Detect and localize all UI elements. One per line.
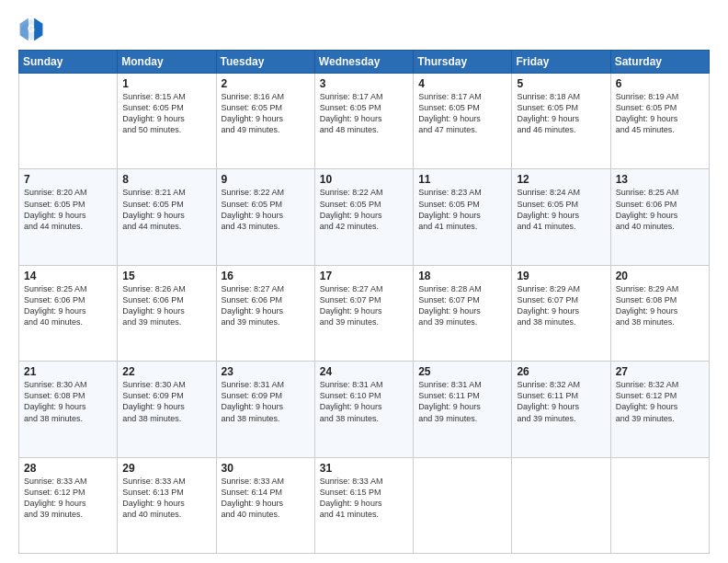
calendar-cell: 26Sunrise: 8:32 AM Sunset: 6:11 PM Dayli… bbox=[512, 362, 610, 457]
day-number: 28 bbox=[24, 462, 112, 475]
calendar-cell: 20Sunrise: 8:29 AM Sunset: 6:08 PM Dayli… bbox=[610, 265, 709, 361]
calendar-week-row: 28Sunrise: 8:33 AM Sunset: 6:12 PM Dayli… bbox=[19, 457, 710, 553]
calendar-cell: 17Sunrise: 8:27 AM Sunset: 6:07 PM Dayli… bbox=[314, 265, 413, 361]
day-number: 30 bbox=[222, 462, 310, 475]
calendar-table: SundayMondayTuesdayWednesdayThursdayFrid… bbox=[18, 50, 710, 554]
cell-info: Sunrise: 8:25 AM Sunset: 6:06 PM Dayligh… bbox=[24, 283, 112, 328]
cell-info: Sunrise: 8:26 AM Sunset: 6:06 PM Dayligh… bbox=[122, 283, 210, 328]
day-number: 29 bbox=[122, 462, 210, 475]
calendar-cell: 1Sunrise: 8:15 AM Sunset: 6:05 PM Daylig… bbox=[118, 74, 216, 169]
cell-info: Sunrise: 8:33 AM Sunset: 6:13 PM Dayligh… bbox=[122, 476, 210, 521]
day-number: 14 bbox=[24, 270, 112, 282]
calendar-cell: 25Sunrise: 8:31 AM Sunset: 6:11 PM Dayli… bbox=[414, 362, 512, 457]
logo-icon: G bbox=[18, 17, 44, 42]
calendar-cell: 29Sunrise: 8:33 AM Sunset: 6:13 PM Dayli… bbox=[118, 457, 216, 553]
calendar-cell bbox=[610, 457, 709, 553]
cell-info: Sunrise: 8:33 AM Sunset: 6:12 PM Dayligh… bbox=[24, 476, 112, 521]
cell-info: Sunrise: 8:21 AM Sunset: 6:05 PM Dayligh… bbox=[122, 187, 210, 232]
cell-info: Sunrise: 8:23 AM Sunset: 6:05 PM Dayligh… bbox=[418, 187, 506, 232]
calendar-week-row: 21Sunrise: 8:30 AM Sunset: 6:08 PM Dayli… bbox=[19, 362, 710, 457]
calendar-cell: 12Sunrise: 8:24 AM Sunset: 6:05 PM Dayli… bbox=[512, 169, 610, 265]
cell-info: Sunrise: 8:18 AM Sunset: 6:05 PM Dayligh… bbox=[517, 91, 605, 136]
day-number: 21 bbox=[24, 365, 112, 378]
page: G SundayMondayTuesdayWednesdayThursdayFr… bbox=[0, 0, 728, 563]
day-number: 23 bbox=[222, 365, 310, 378]
cell-info: Sunrise: 8:19 AM Sunset: 6:05 PM Dayligh… bbox=[616, 91, 704, 136]
calendar-day-header: Friday bbox=[512, 51, 610, 74]
calendar-cell: 22Sunrise: 8:30 AM Sunset: 6:09 PM Dayli… bbox=[118, 362, 216, 457]
day-number: 12 bbox=[517, 173, 605, 186]
calendar-cell: 4Sunrise: 8:17 AM Sunset: 6:05 PM Daylig… bbox=[414, 74, 512, 169]
calendar-week-row: 1Sunrise: 8:15 AM Sunset: 6:05 PM Daylig… bbox=[19, 74, 710, 169]
day-number: 8 bbox=[122, 173, 210, 186]
cell-info: Sunrise: 8:32 AM Sunset: 6:12 PM Dayligh… bbox=[616, 379, 704, 424]
cell-info: Sunrise: 8:32 AM Sunset: 6:11 PM Dayligh… bbox=[517, 379, 605, 424]
calendar-cell: 21Sunrise: 8:30 AM Sunset: 6:08 PM Dayli… bbox=[19, 362, 118, 457]
calendar-week-row: 7Sunrise: 8:20 AM Sunset: 6:05 PM Daylig… bbox=[19, 169, 710, 265]
day-number: 17 bbox=[320, 270, 408, 282]
day-number: 18 bbox=[418, 270, 506, 282]
calendar-cell: 7Sunrise: 8:20 AM Sunset: 6:05 PM Daylig… bbox=[19, 169, 118, 265]
svg-marker-1 bbox=[34, 18, 42, 41]
calendar-cell: 6Sunrise: 8:19 AM Sunset: 6:05 PM Daylig… bbox=[610, 74, 709, 169]
calendar-cell: 9Sunrise: 8:22 AM Sunset: 6:05 PM Daylig… bbox=[216, 169, 314, 265]
calendar-cell: 27Sunrise: 8:32 AM Sunset: 6:12 PM Dayli… bbox=[610, 362, 709, 457]
cell-info: Sunrise: 8:29 AM Sunset: 6:08 PM Dayligh… bbox=[616, 283, 704, 328]
calendar-day-header: Monday bbox=[118, 51, 216, 74]
calendar-day-header: Wednesday bbox=[314, 51, 413, 74]
day-number: 16 bbox=[222, 270, 310, 282]
cell-info: Sunrise: 8:17 AM Sunset: 6:05 PM Dayligh… bbox=[320, 91, 408, 136]
calendar-cell: 3Sunrise: 8:17 AM Sunset: 6:05 PM Daylig… bbox=[314, 74, 413, 169]
day-number: 20 bbox=[616, 270, 704, 282]
day-number: 26 bbox=[517, 365, 605, 378]
cell-info: Sunrise: 8:33 AM Sunset: 6:15 PM Dayligh… bbox=[320, 476, 408, 521]
day-number: 7 bbox=[24, 173, 112, 186]
cell-info: Sunrise: 8:25 AM Sunset: 6:06 PM Dayligh… bbox=[616, 187, 704, 232]
cell-info: Sunrise: 8:17 AM Sunset: 6:05 PM Dayligh… bbox=[418, 91, 506, 136]
day-number: 3 bbox=[320, 77, 408, 90]
day-number: 5 bbox=[517, 77, 605, 90]
day-number: 11 bbox=[418, 173, 506, 186]
cell-info: Sunrise: 8:31 AM Sunset: 6:10 PM Dayligh… bbox=[320, 379, 408, 424]
cell-info: Sunrise: 8:31 AM Sunset: 6:11 PM Dayligh… bbox=[418, 379, 506, 424]
day-number: 15 bbox=[122, 270, 210, 282]
calendar-cell: 30Sunrise: 8:33 AM Sunset: 6:14 PM Dayli… bbox=[216, 457, 314, 553]
calendar-cell: 19Sunrise: 8:29 AM Sunset: 6:07 PM Dayli… bbox=[512, 265, 610, 361]
day-number: 19 bbox=[517, 270, 605, 282]
calendar-cell: 18Sunrise: 8:28 AM Sunset: 6:07 PM Dayli… bbox=[414, 265, 512, 361]
day-number: 10 bbox=[320, 173, 408, 186]
cell-info: Sunrise: 8:31 AM Sunset: 6:09 PM Dayligh… bbox=[222, 379, 310, 424]
cell-info: Sunrise: 8:20 AM Sunset: 6:05 PM Dayligh… bbox=[24, 187, 112, 232]
cell-info: Sunrise: 8:24 AM Sunset: 6:05 PM Dayligh… bbox=[517, 187, 605, 232]
svg-text:G: G bbox=[28, 24, 35, 34]
cell-info: Sunrise: 8:33 AM Sunset: 6:14 PM Dayligh… bbox=[222, 476, 310, 521]
header: G bbox=[18, 17, 710, 42]
calendar-day-header: Saturday bbox=[610, 51, 709, 74]
calendar-cell bbox=[414, 457, 512, 553]
calendar-header-row: SundayMondayTuesdayWednesdayThursdayFrid… bbox=[19, 51, 710, 74]
calendar-week-row: 14Sunrise: 8:25 AM Sunset: 6:06 PM Dayli… bbox=[19, 265, 710, 361]
calendar-cell: 11Sunrise: 8:23 AM Sunset: 6:05 PM Dayli… bbox=[414, 169, 512, 265]
calendar-day-header: Thursday bbox=[414, 51, 512, 74]
calendar-cell: 5Sunrise: 8:18 AM Sunset: 6:05 PM Daylig… bbox=[512, 74, 610, 169]
logo: G bbox=[18, 17, 48, 42]
calendar-day-header: Tuesday bbox=[216, 51, 314, 74]
cell-info: Sunrise: 8:16 AM Sunset: 6:05 PM Dayligh… bbox=[222, 91, 310, 136]
calendar-cell: 10Sunrise: 8:22 AM Sunset: 6:05 PM Dayli… bbox=[314, 169, 413, 265]
calendar-cell: 13Sunrise: 8:25 AM Sunset: 6:06 PM Dayli… bbox=[610, 169, 709, 265]
cell-info: Sunrise: 8:22 AM Sunset: 6:05 PM Dayligh… bbox=[320, 187, 408, 232]
day-number: 4 bbox=[418, 77, 506, 90]
calendar-cell: 24Sunrise: 8:31 AM Sunset: 6:10 PM Dayli… bbox=[314, 362, 413, 457]
calendar-cell: 16Sunrise: 8:27 AM Sunset: 6:06 PM Dayli… bbox=[216, 265, 314, 361]
cell-info: Sunrise: 8:27 AM Sunset: 6:07 PM Dayligh… bbox=[320, 283, 408, 328]
day-number: 1 bbox=[122, 77, 210, 90]
day-number: 25 bbox=[418, 365, 506, 378]
day-number: 6 bbox=[616, 77, 704, 90]
calendar-cell: 23Sunrise: 8:31 AM Sunset: 6:09 PM Dayli… bbox=[216, 362, 314, 457]
calendar-cell: 31Sunrise: 8:33 AM Sunset: 6:15 PM Dayli… bbox=[314, 457, 413, 553]
day-number: 9 bbox=[222, 173, 310, 186]
calendar-cell: 2Sunrise: 8:16 AM Sunset: 6:05 PM Daylig… bbox=[216, 74, 314, 169]
day-number: 31 bbox=[320, 462, 408, 475]
cell-info: Sunrise: 8:30 AM Sunset: 6:09 PM Dayligh… bbox=[122, 379, 210, 424]
calendar-cell bbox=[19, 74, 118, 169]
